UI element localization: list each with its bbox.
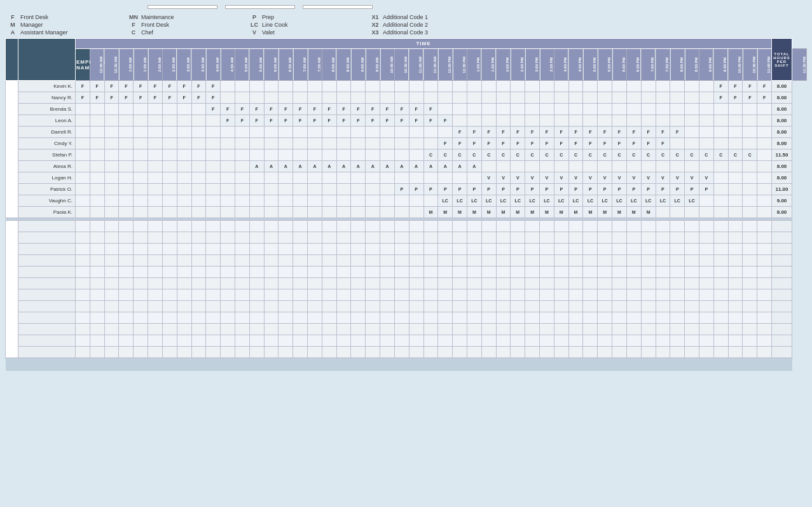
slot-cell-15[interactable] bbox=[293, 92, 308, 104]
slot-cell-47[interactable] bbox=[757, 335, 772, 347]
slot-cell-39[interactable]: M bbox=[641, 207, 656, 218]
slot-cell-31[interactable] bbox=[525, 347, 540, 358]
slot-cell-3[interactable] bbox=[119, 104, 134, 115]
slot-cell-15[interactable] bbox=[293, 195, 308, 207]
slot-cell-5[interactable] bbox=[148, 127, 163, 138]
slot-cell-15[interactable] bbox=[293, 347, 308, 358]
slot-cell-15[interactable] bbox=[293, 149, 308, 161]
slot-cell-39[interactable] bbox=[641, 244, 656, 255]
slot-cell-47[interactable] bbox=[757, 172, 772, 184]
slot-cell-1[interactable] bbox=[90, 161, 104, 172]
slot-cell-25[interactable]: F bbox=[438, 138, 453, 149]
slot-cell-0[interactable] bbox=[76, 335, 90, 347]
slot-cell-28[interactable] bbox=[481, 115, 496, 127]
slot-cell-27[interactable]: C bbox=[467, 149, 481, 161]
slot-cell-20[interactable] bbox=[366, 207, 380, 218]
slot-cell-5[interactable] bbox=[148, 267, 163, 278]
slot-cell-6[interactable] bbox=[162, 104, 177, 115]
slot-cell-12[interactable] bbox=[249, 81, 264, 92]
slot-cell-37[interactable] bbox=[612, 244, 627, 255]
slot-cell-29[interactable] bbox=[496, 104, 511, 115]
slot-cell-32[interactable]: F bbox=[540, 127, 554, 138]
slot-cell-10[interactable] bbox=[221, 324, 235, 335]
slot-cell-14[interactable] bbox=[279, 255, 293, 267]
slot-cell-30[interactable] bbox=[511, 244, 525, 255]
slot-cell-25[interactable] bbox=[438, 244, 453, 255]
slot-cell-2[interactable] bbox=[104, 301, 119, 312]
slot-cell-5[interactable] bbox=[148, 138, 163, 149]
slot-cell-26[interactable]: C bbox=[453, 149, 467, 161]
slot-cell-2[interactable] bbox=[104, 138, 119, 149]
slot-cell-14[interactable]: F bbox=[279, 115, 293, 127]
slot-cell-35[interactable]: M bbox=[583, 207, 598, 218]
slot-cell-44[interactable] bbox=[713, 172, 728, 184]
slot-cell-30[interactable] bbox=[511, 81, 525, 92]
slot-cell-8[interactable] bbox=[191, 255, 206, 267]
slot-cell-35[interactable]: C bbox=[583, 149, 598, 161]
slot-cell-16[interactable]: F bbox=[308, 115, 322, 127]
slot-cell-41[interactable] bbox=[670, 312, 685, 324]
slot-cell-20[interactable] bbox=[366, 184, 380, 195]
slot-cell-47[interactable] bbox=[757, 267, 772, 278]
slot-cell-31[interactable] bbox=[525, 244, 540, 255]
slot-cell-18[interactable] bbox=[336, 232, 351, 244]
slot-cell-13[interactable] bbox=[264, 232, 279, 244]
slot-cell-35[interactable] bbox=[583, 289, 598, 301]
slot-cell-19[interactable] bbox=[351, 149, 366, 161]
slot-cell-2[interactable] bbox=[104, 347, 119, 358]
slot-cell-41[interactable] bbox=[670, 92, 685, 104]
slot-cell-33[interactable] bbox=[554, 115, 568, 127]
slot-cell-34[interactable]: P bbox=[568, 184, 583, 195]
slot-cell-35[interactable]: F bbox=[583, 127, 598, 138]
slot-cell-23[interactable] bbox=[409, 138, 423, 149]
slot-cell-6[interactable] bbox=[162, 289, 177, 301]
slot-cell-15[interactable] bbox=[293, 301, 308, 312]
slot-cell-33[interactable] bbox=[554, 312, 568, 324]
slot-cell-33[interactable] bbox=[554, 221, 568, 232]
slot-cell-20[interactable] bbox=[366, 289, 380, 301]
slot-cell-43[interactable] bbox=[699, 324, 713, 335]
slot-cell-38[interactable] bbox=[626, 335, 641, 347]
slot-cell-15[interactable] bbox=[293, 81, 308, 92]
slot-cell-19[interactable] bbox=[351, 195, 366, 207]
slot-cell-44[interactable] bbox=[713, 221, 728, 232]
slot-cell-11[interactable] bbox=[235, 312, 249, 324]
slot-cell-47[interactable] bbox=[757, 301, 772, 312]
slot-cell-11[interactable] bbox=[235, 289, 249, 301]
slot-cell-11[interactable]: F bbox=[235, 115, 249, 127]
slot-cell-3[interactable] bbox=[119, 255, 134, 267]
slot-cell-46[interactable] bbox=[743, 289, 757, 301]
slot-cell-13[interactable] bbox=[264, 81, 279, 92]
slot-cell-38[interactable] bbox=[626, 115, 641, 127]
slot-cell-38[interactable]: LC bbox=[626, 195, 641, 207]
slot-cell-6[interactable] bbox=[162, 138, 177, 149]
slot-cell-24[interactable]: P bbox=[423, 184, 438, 195]
slot-cell-2[interactable] bbox=[104, 278, 119, 289]
slot-cell-25[interactable] bbox=[438, 81, 453, 92]
slot-cell-29[interactable] bbox=[496, 92, 511, 104]
slot-cell-8[interactable] bbox=[191, 104, 206, 115]
slot-cell-32[interactable] bbox=[540, 335, 554, 347]
slot-cell-8[interactable] bbox=[191, 161, 206, 172]
slot-cell-40[interactable] bbox=[656, 278, 670, 289]
slot-cell-14[interactable] bbox=[279, 149, 293, 161]
slot-cell-31[interactable] bbox=[525, 278, 540, 289]
slot-cell-25[interactable] bbox=[438, 289, 453, 301]
slot-cell-13[interactable] bbox=[264, 312, 279, 324]
slot-cell-14[interactable] bbox=[279, 267, 293, 278]
slot-cell-27[interactable]: F bbox=[467, 127, 481, 138]
slot-cell-5[interactable] bbox=[148, 347, 163, 358]
slot-cell-33[interactable] bbox=[554, 161, 568, 172]
slot-cell-4[interactable] bbox=[134, 301, 148, 312]
slot-cell-4[interactable] bbox=[134, 289, 148, 301]
slot-cell-11[interactable] bbox=[235, 301, 249, 312]
slot-cell-41[interactable] bbox=[670, 278, 685, 289]
slot-cell-5[interactable] bbox=[148, 301, 163, 312]
slot-cell-27[interactable] bbox=[467, 92, 481, 104]
slot-cell-47[interactable] bbox=[757, 138, 772, 149]
slot-cell-31[interactable] bbox=[525, 301, 540, 312]
slot-cell-20[interactable] bbox=[366, 172, 380, 184]
slot-cell-38[interactable] bbox=[626, 232, 641, 244]
slot-cell-34[interactable] bbox=[568, 335, 583, 347]
slot-cell-29[interactable] bbox=[496, 267, 511, 278]
